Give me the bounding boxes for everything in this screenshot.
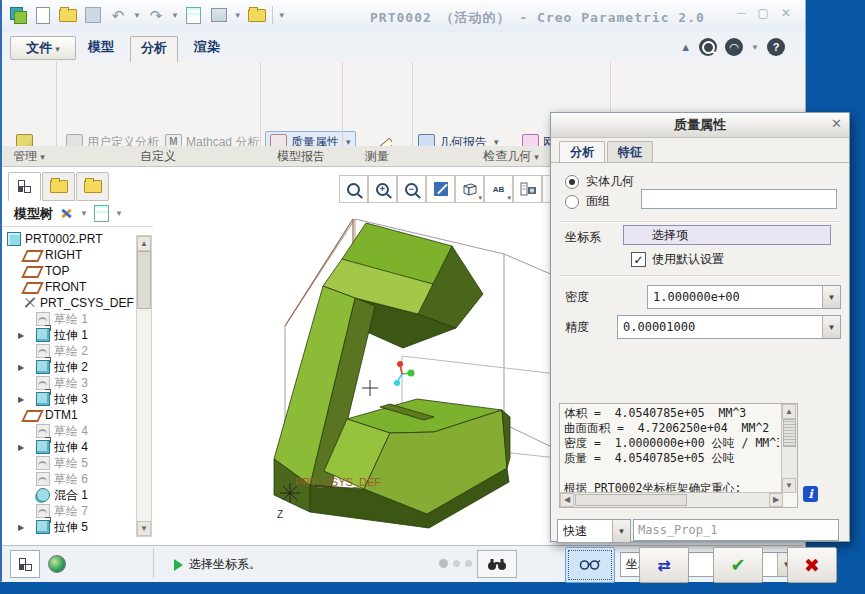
tree-item[interactable]: 草绘 6 [2, 471, 138, 487]
tree-scroll-thumb[interactable] [137, 251, 151, 309]
display-style-button[interactable]: ▾ [455, 175, 484, 203]
open-file-button[interactable] [58, 5, 78, 25]
tree-item[interactable]: 草绘 1 [2, 311, 138, 327]
hscroll-thumb[interactable] [575, 494, 687, 506]
accuracy-dropdown-icon[interactable]: ▼ [822, 316, 840, 338]
customize-toolbar-dropdown[interactable]: ▼ [278, 11, 286, 20]
preview-button[interactable] [565, 547, 615, 583]
tree-item[interactable]: PRT_CSYS_DEF [2, 295, 138, 311]
tree-settings-icon[interactable] [94, 205, 109, 222]
tree-item[interactable]: ▶拉伸 4 [2, 439, 138, 455]
density-dropdown-icon[interactable]: ▼ [822, 286, 840, 308]
expander-icon[interactable]: ▶ [18, 331, 24, 340]
scroll-up-icon[interactable]: ▲ [137, 236, 151, 251]
solid-geometry-radio[interactable]: 实体几何 [565, 173, 634, 190]
dialog-tab-analysis[interactable]: 分析 [559, 141, 605, 163]
quick-combobox[interactable]: 快速 ▼ [557, 519, 631, 543]
tree-item[interactable]: ▶拉伸 1 [2, 327, 138, 343]
tree-item[interactable]: 混合 1 [2, 487, 138, 503]
tab-analysis[interactable]: 分析 [130, 36, 178, 63]
tab-render[interactable]: 渲染 [184, 36, 230, 58]
scroll-left-icon[interactable]: ◀ [560, 493, 574, 507]
tree-settings-dropdown[interactable]: ▼ [115, 209, 123, 218]
tab-favorites[interactable] [76, 172, 109, 201]
scroll-down-icon[interactable]: ▼ [137, 521, 151, 536]
model-3d-view[interactable]: PRT_CSYS_DEF Z [257, 206, 577, 536]
refit-button[interactable] [339, 175, 368, 203]
scroll-right-icon[interactable]: ▶ [769, 493, 783, 507]
tree-tools-dropdown[interactable]: ▼ [80, 209, 88, 218]
tree-item[interactable]: FRONT [2, 279, 138, 295]
results-hscrollbar[interactable]: ◀ ▶ [560, 492, 783, 507]
dialog-close-icon[interactable]: ✕ [831, 117, 842, 130]
resources-dropdown[interactable]: ▼ [751, 43, 759, 52]
results-vscrollbar[interactable]: ▲ ▼ [781, 404, 797, 493]
tree-item[interactable]: ▶拉伸 2 [2, 359, 138, 375]
windows-dropdown[interactable]: ▼ [234, 11, 242, 20]
density-combobox[interactable]: 1.000000e+00 ▼ [647, 285, 841, 309]
tree-item[interactable]: 草绘 3 [2, 375, 138, 391]
tree-item[interactable]: ▶拉伸 3 [2, 391, 138, 407]
expander-icon[interactable]: ▶ [18, 443, 24, 452]
minimize-button[interactable]: ─ [737, 7, 746, 19]
undo-dropdown[interactable]: ▼ [133, 11, 141, 20]
tree-item[interactable]: 草绘 5 [2, 455, 138, 471]
use-default-checkbox[interactable]: ✓ 使用默认设置 [631, 251, 724, 268]
zoom-in-button[interactable]: + [368, 175, 397, 203]
quilt-input[interactable] [641, 189, 837, 209]
tree-item[interactable]: PRT0002.PRT [2, 231, 138, 247]
new-file-button[interactable] [33, 5, 53, 25]
tab-model[interactable]: 模型 [78, 36, 124, 58]
expander-icon[interactable]: ▶ [18, 363, 24, 372]
tree-item[interactable]: RIGHT [2, 247, 138, 263]
tab-folder-browser[interactable] [42, 172, 75, 201]
vscroll-thumb[interactable] [783, 419, 796, 447]
redo-dropdown[interactable]: ▼ [171, 11, 179, 20]
resources-button[interactable]: ◠ [725, 38, 743, 56]
cancel-button[interactable]: ✖ [787, 547, 837, 583]
saved-orientations-button[interactable] [513, 175, 542, 203]
dialog-title-bar[interactable]: 质量属性 [551, 113, 849, 138]
group-manage[interactable]: 管理 [2, 146, 56, 166]
info-icon[interactable]: i [803, 486, 818, 502]
quilt-radio[interactable]: 面组 [565, 193, 610, 210]
dialog-tab-feature[interactable]: 特征 [607, 141, 653, 163]
minimize-ribbon-icon[interactable]: ▲ [680, 41, 691, 53]
undo-button[interactable]: ↶ [108, 5, 128, 25]
tree-item[interactable]: 草绘 2 [2, 343, 138, 359]
tab-file[interactable]: 文件 [10, 36, 76, 60]
maximize-button[interactable]: ▢ [758, 7, 769, 19]
scroll-down-icon[interactable]: ▼ [782, 478, 796, 493]
open-last-button[interactable] [247, 5, 267, 25]
search-button[interactable] [699, 38, 717, 56]
toggle-model-tree-button[interactable] [10, 550, 40, 578]
tree-item[interactable]: ▶拉伸 5 [2, 519, 138, 535]
toggle-browser-button[interactable] [42, 550, 72, 578]
expander-icon[interactable]: ▶ [18, 523, 24, 532]
quick-dropdown-icon[interactable]: ▼ [612, 520, 630, 542]
ok-button[interactable]: ✔ [713, 547, 763, 583]
close-button[interactable]: ✕ [781, 7, 791, 19]
repeat-button[interactable]: ⇄ [639, 547, 689, 583]
tree-scrollbar[interactable]: ▲ ▼ [136, 235, 152, 537]
tree-item[interactable]: 草绘 7 [2, 503, 138, 519]
regenerate-button[interactable] [184, 5, 204, 25]
tree-item[interactable]: 草绘 4 [2, 423, 138, 439]
analysis-name-field[interactable]: Mass_Prop_1 [633, 519, 839, 541]
expander-icon[interactable]: ▶ [18, 395, 24, 404]
accuracy-combobox[interactable]: 0.00001000 ▼ [617, 315, 841, 339]
tree-item[interactable]: TOP [2, 263, 138, 279]
repaint-button[interactable] [426, 175, 455, 203]
find-button[interactable] [477, 550, 517, 578]
save-button[interactable] [83, 5, 103, 25]
windows-button[interactable] [209, 5, 229, 25]
csys-selector-field[interactable]: 选择项 [623, 225, 831, 245]
tab-model-tree[interactable] [8, 172, 41, 201]
tree-tools-icon[interactable] [59, 206, 74, 221]
help-button[interactable]: ? [767, 38, 785, 56]
redo-button[interactable]: ↷ [146, 5, 166, 25]
annotations-button[interactable]: AB▾ [484, 175, 513, 203]
scroll-up-icon[interactable]: ▲ [782, 404, 796, 419]
tree-item[interactable]: DTM1 [2, 407, 138, 423]
zoom-out-button[interactable]: − [397, 175, 426, 203]
